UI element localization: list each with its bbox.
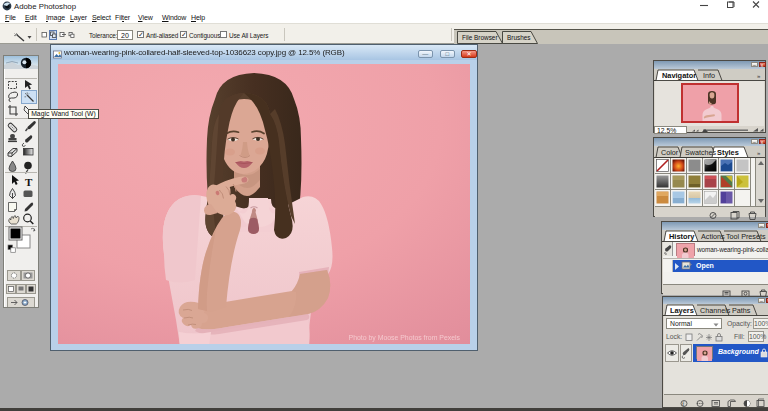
svg-text:Paths: Paths	[732, 306, 751, 315]
svg-text:Layers: Layers	[670, 306, 694, 315]
svg-text:Tool Presets: Tool Presets	[726, 232, 766, 241]
svg-text:Color: Color	[661, 148, 679, 157]
svg-text:Styles: Styles	[717, 148, 739, 157]
svg-text:History: History	[669, 232, 695, 241]
svg-text:Actions: Actions	[701, 232, 725, 241]
svg-text:Navigator: Navigator	[662, 71, 696, 80]
svg-text:Info: Info	[703, 71, 715, 80]
svg-text:f: f	[682, 400, 685, 407]
svg-text:Brushes: Brushes	[507, 34, 530, 41]
svg-text:Photo by Moose Photos from Pex: Photo by Moose Photos from Pexels	[349, 334, 461, 342]
svg-text:File Browser: File Browser	[462, 34, 498, 41]
svg-text:T: T	[25, 176, 33, 188]
svg-text:Channels: Channels	[700, 306, 731, 315]
svg-text:Swatches: Swatches	[685, 148, 717, 157]
